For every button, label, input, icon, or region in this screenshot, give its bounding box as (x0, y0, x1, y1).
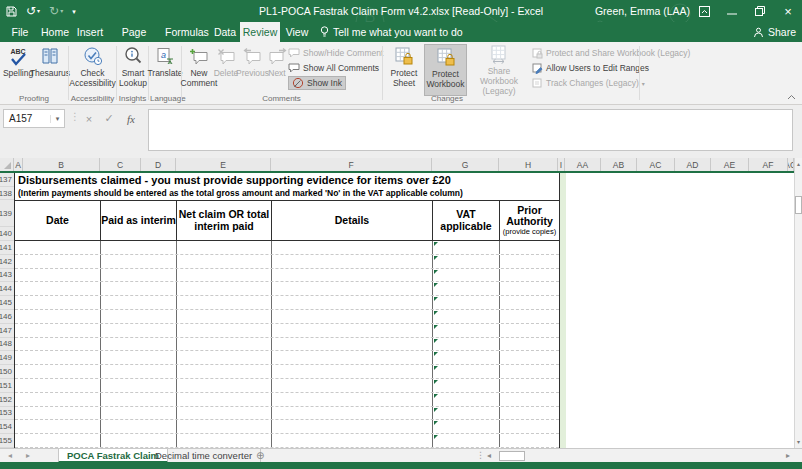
cell[interactable] (433, 296, 500, 309)
cell[interactable] (433, 407, 500, 420)
column-header-a[interactable]: A (14, 158, 23, 171)
sheet-nav-left-icon[interactable]: ◂ (8, 449, 12, 463)
cell[interactable] (272, 241, 433, 254)
cell[interactable] (500, 434, 559, 447)
cell[interactable] (500, 365, 559, 378)
tab-file[interactable]: File (6, 22, 34, 42)
tab-review[interactable]: Review (240, 22, 280, 42)
vertical-scrollbar[interactable]: ▴ ▾ (794, 158, 802, 448)
cell[interactable] (272, 420, 433, 433)
cell[interactable] (272, 434, 433, 447)
insert-function-button[interactable]: fx (122, 109, 140, 128)
cell[interactable] (101, 407, 177, 420)
cell[interactable] (101, 434, 177, 447)
column-header-ab[interactable]: AB (601, 158, 637, 171)
header-cell-date[interactable]: Date (15, 201, 101, 240)
cell[interactable] (15, 255, 101, 268)
cell[interactable] (500, 351, 559, 364)
cell[interactable] (272, 255, 433, 268)
cell[interactable] (433, 379, 500, 392)
row-header-153[interactable]: 153 (0, 407, 14, 421)
cell[interactable] (15, 351, 101, 364)
cell[interactable] (15, 420, 101, 433)
tab-insert[interactable]: Insert (74, 22, 106, 42)
tab-page-layout[interactable]: Page Layout (106, 22, 162, 42)
ribbon-display-options-button[interactable] (690, 0, 718, 22)
cell[interactable] (15, 241, 101, 254)
cell[interactable] (500, 407, 559, 420)
cell[interactable] (101, 393, 177, 406)
column-header-e[interactable]: E (176, 158, 271, 171)
spelling-button[interactable]: ABC Spelling (3, 44, 33, 94)
cell[interactable] (177, 310, 272, 323)
share-workbook-button[interactable]: Share Workbook (Legacy) (468, 44, 530, 94)
header-cell-prior-authority[interactable]: Prior Authority (provide copies) (500, 201, 559, 240)
cell[interactable] (177, 282, 272, 295)
thesaurus-button[interactable]: Thesaurus (33, 44, 67, 94)
collapse-ribbon-button[interactable] (787, 94, 796, 100)
interim-note-cell[interactable]: (Interim payments should be entered as t… (15, 187, 558, 200)
column-header-g[interactable]: G (432, 158, 499, 171)
cell[interactable] (500, 324, 559, 337)
cell[interactable] (177, 393, 272, 406)
sheet-tab-decimal-time-converter[interactable]: Decimal time converter (147, 449, 261, 463)
tab-home[interactable]: Home (38, 22, 72, 42)
share-button[interactable]: Share (753, 22, 796, 42)
cell[interactable] (272, 365, 433, 378)
cancel-entry-button[interactable]: × (80, 109, 98, 128)
row-header-151[interactable]: 151 (0, 379, 14, 393)
row-header-142[interactable]: 142 (0, 255, 14, 269)
horizontal-scroll-thumb[interactable] (499, 451, 525, 461)
hscroll-right-arrow-icon[interactable]: ▸ (786, 449, 790, 463)
cell[interactable] (101, 365, 177, 378)
cell[interactable] (500, 420, 559, 433)
column-header-ac[interactable]: AC (637, 158, 675, 171)
cell[interactable] (101, 269, 177, 282)
cell[interactable] (15, 269, 101, 282)
column-header-b[interactable]: B (23, 158, 100, 171)
cell[interactable] (177, 338, 272, 351)
select-all-corner[interactable] (0, 158, 14, 171)
cell[interactable] (272, 338, 433, 351)
header-cell-details[interactable]: Details (272, 201, 433, 240)
sheet-nav-right-icon[interactable]: ▸ (26, 449, 30, 463)
tab-scroll-splitter[interactable]: ⋮ (476, 450, 485, 460)
cell[interactable] (101, 324, 177, 337)
check-accessibility-button[interactable]: Check Accessibility (70, 44, 115, 94)
cell[interactable] (101, 296, 177, 309)
cell[interactable] (433, 310, 500, 323)
next-comment-button[interactable]: Next (267, 44, 287, 94)
cell[interactable] (433, 338, 500, 351)
cell[interactable] (15, 407, 101, 420)
column-header-d[interactable]: D (141, 158, 176, 171)
cell[interactable] (177, 241, 272, 254)
disbursements-title-cell[interactable]: Disbursements claimed - you must provide… (15, 173, 558, 187)
protect-sheet-button[interactable]: Protect Sheet (384, 44, 424, 94)
tab-formulas[interactable]: Formulas (164, 22, 210, 42)
hscroll-left-arrow-icon[interactable]: ◂ (487, 449, 491, 463)
column-header-ae[interactable]: AE (711, 158, 749, 171)
cell[interactable] (15, 365, 101, 378)
scroll-up-arrow-icon[interactable]: ▴ (795, 158, 802, 170)
cell[interactable] (500, 296, 559, 309)
show-all-comments-button[interactable]: Show All Comments (288, 61, 379, 75)
show-hide-comment-button[interactable]: Show/Hide Comment (288, 46, 383, 60)
cell[interactable] (177, 324, 272, 337)
cell[interactable] (15, 434, 101, 447)
allow-users-to-edit-ranges-button[interactable]: Allow Users to Edit Ranges (532, 61, 649, 75)
cell[interactable] (433, 351, 500, 364)
cell[interactable] (15, 310, 101, 323)
cell[interactable] (101, 338, 177, 351)
column-header-af[interactable]: AF (749, 158, 788, 171)
header-cell-paid-as-interim[interactable]: Paid as interim (101, 201, 177, 240)
cell[interactable] (272, 324, 433, 337)
cell[interactable] (500, 393, 559, 406)
cell[interactable] (500, 379, 559, 392)
restore-button[interactable] (746, 0, 774, 22)
cell[interactable] (177, 269, 272, 282)
cell[interactable] (101, 241, 177, 254)
column-header-h[interactable]: H (499, 158, 558, 171)
cell[interactable] (433, 420, 500, 433)
vertical-scroll-thumb[interactable] (795, 196, 802, 214)
cell[interactable] (272, 269, 433, 282)
